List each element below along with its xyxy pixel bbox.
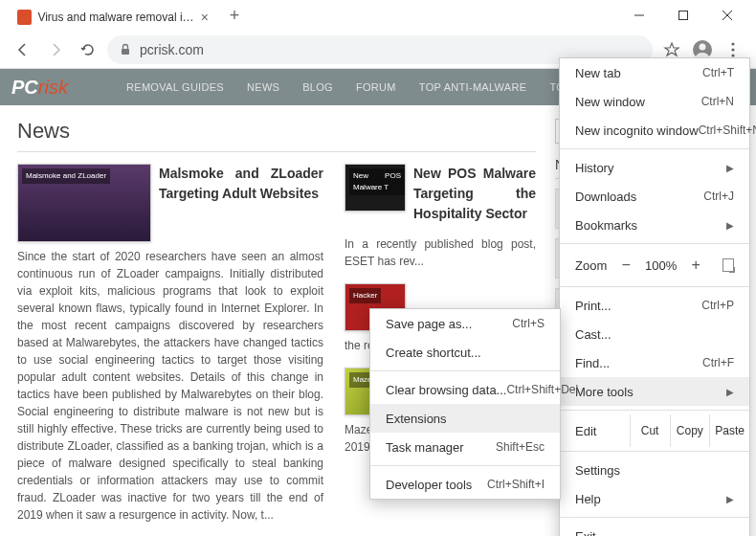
reload-button[interactable] [75,36,101,63]
zoom-in-button[interactable]: + [686,257,705,274]
article-pos-malware[interactable]: New POS Malware T New POS Malware Target… [345,164,536,270]
menu-edit: Edit Cut Copy Paste [560,414,749,447]
menu-new-window[interactable]: New windowCtrl+N [560,87,749,116]
nav-blog[interactable]: BLOG [291,69,345,105]
menu-downloads[interactable]: DownloadsCtrl+J [560,182,749,211]
zoom-out-button[interactable]: − [616,257,635,274]
edit-copy[interactable]: Copy [670,414,710,447]
svg-point-9 [731,54,734,56]
submenu-extensions[interactable]: Extensions [370,404,560,433]
section-news-heading: News [17,119,536,152]
article-body: In a recently published blog post, ESET … [345,235,536,270]
back-button[interactable] [10,36,36,63]
menu-settings[interactable]: Settings [560,456,749,484]
menu-history[interactable]: History▶ [560,153,749,182]
favicon-icon [17,10,32,25]
close-tab-icon[interactable]: × [201,10,209,25]
article-malsmoke[interactable]: Malsmoke and ZLoader Malsmoke and ZLoade… [17,164,323,524]
submenu-clear-data[interactable]: Clear browsing data...Ctrl+Shift+Del [370,375,560,404]
article-thumbnail: New POS Malware T [345,164,406,212]
new-tab-button[interactable]: + [222,3,247,28]
chrome-main-menu: New tabCtrl+T New windowCtrl+N New incog… [559,57,750,536]
window-titlebar: Virus and malware removal instr × + [0,0,756,31]
menu-incognito[interactable]: New incognito windowCtrl+Shift+N [560,116,749,145]
svg-point-7 [731,42,734,45]
menu-print[interactable]: Print...Ctrl+P [560,291,749,320]
more-tools-submenu: Save page as...Ctrl+S Create shortcut...… [369,308,561,500]
nav-news[interactable]: NEWS [235,69,291,105]
submenu-save-page[interactable]: Save page as...Ctrl+S [370,309,560,338]
menu-new-tab[interactable]: New tabCtrl+T [560,58,749,87]
menu-help[interactable]: Help▶ [560,484,749,513]
site-logo[interactable]: PCrisk [0,69,115,105]
nav-anti-malware[interactable]: TOP ANTI-MALWARE [408,69,539,105]
menu-more-tools[interactable]: More tools▶ [560,377,749,406]
nav-forum[interactable]: FORUM [345,69,408,105]
chevron-right-icon: ▶ [726,387,734,397]
menu-exit[interactable]: Exit [560,522,749,536]
lock-icon [119,43,132,56]
fullscreen-icon[interactable] [723,258,734,272]
article-title: New POS Malware Targeting the Hospitalit… [413,164,536,224]
article-title: Malsmoke and ZLoader Targeting Adult Web… [159,164,323,236]
menu-cast[interactable]: Cast... [560,320,749,348]
chevron-right-icon: ▶ [726,494,734,504]
minimize-icon[interactable] [618,2,660,29]
svg-rect-1 [679,11,688,20]
article-body: Since the start of 2020 researchers have… [17,248,323,524]
submenu-dev-tools[interactable]: Developer toolsCtrl+Shift+I [370,470,560,499]
chevron-right-icon: ▶ [726,220,734,231]
svg-point-6 [700,43,706,50]
forward-button[interactable] [42,36,69,63]
window-close-icon[interactable] [706,2,748,29]
zoom-value: 100% [645,258,677,273]
chevron-right-icon: ▶ [726,163,734,173]
menu-zoom: Zoom − 100% + [560,248,749,282]
edit-paste[interactable]: Paste [709,414,749,447]
article-thumbnail: Malsmoke and ZLoader [17,164,151,242]
tab-title: Virus and malware removal instr [37,11,194,24]
maximize-icon[interactable] [662,2,704,29]
nav-removal-guides[interactable]: REMOVAL GUIDES [115,69,235,105]
submenu-create-shortcut[interactable]: Create shortcut... [370,338,560,367]
menu-bookmarks[interactable]: Bookmarks▶ [560,211,749,239]
edit-cut[interactable]: Cut [630,414,670,447]
menu-find[interactable]: Find...Ctrl+F [560,348,749,377]
svg-rect-4 [122,49,129,55]
submenu-task-manager[interactable]: Task managerShift+Esc [370,433,560,461]
svg-point-8 [731,48,734,51]
browser-tab[interactable]: Virus and malware removal instr × [8,3,218,32]
url-text: pcrisk.com [140,42,204,57]
